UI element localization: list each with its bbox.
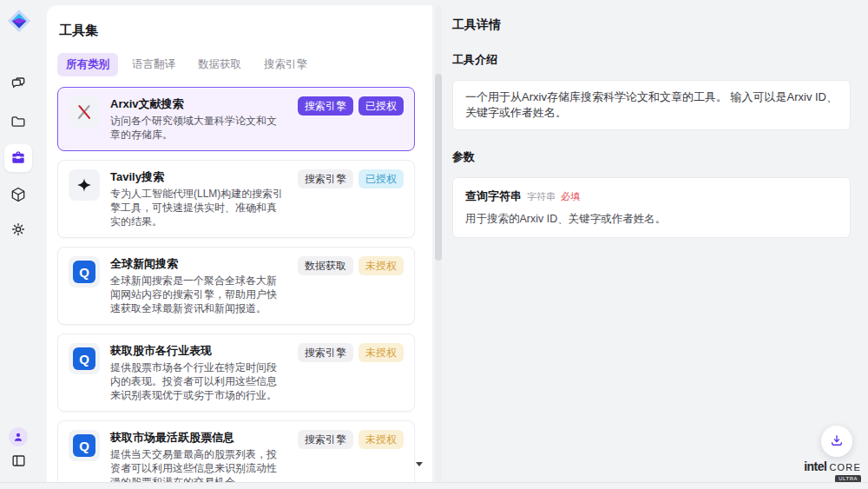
auth-status-badge: 未授权 xyxy=(358,343,404,362)
q-news-logo-icon: Q xyxy=(69,343,100,374)
tool-description: 访问各个研究领域大量科学论文和文章的存储库。 xyxy=(110,114,284,142)
tool-name: 全球新闻搜索 xyxy=(110,256,284,271)
tool-card[interactable]: Q 获取市场最活跃股票信息 提供当天交易量最高的股票列表，投资者可以利用这些信息… xyxy=(57,420,415,482)
param-name: 查询字符串 xyxy=(465,188,522,204)
tab-language-translation[interactable]: 语言翻译 xyxy=(123,53,184,76)
tavily-star-icon xyxy=(69,169,100,201)
tool-list-panel: 工具集 所有类别语言翻译数据获取搜索引擎 Arxiv文献搜索 访问各个研究领域大… xyxy=(47,5,432,482)
auth-status-badge: 已授权 xyxy=(358,96,404,116)
tool-card[interactable]: Tavily搜索 专为人工智能代理(LLM)构建的搜索引擎工具，可快速提供实时、… xyxy=(57,160,415,238)
intel-core-logo: intel core ultra xyxy=(800,459,861,483)
intro-heading: 工具介绍 xyxy=(452,52,851,68)
category-badge: 搜索引擎 xyxy=(298,96,353,116)
tool-card[interactable]: Q 获取股市各行业表现 提供股票市场各个行业在特定时间段内的表现。投资者可以利用… xyxy=(57,334,415,412)
auth-status-badge: 未授权 xyxy=(358,430,404,449)
toolbox-icon xyxy=(10,149,27,169)
intro-card: 一个用于从Arxiv存储库搜索科学论文和文章的工具。 输入可以是Arxiv ID… xyxy=(452,80,851,130)
app-logo-icon xyxy=(6,8,32,34)
arxiv-logo-icon xyxy=(69,96,100,128)
panel-toggle-icon xyxy=(10,453,27,472)
tool-name: 获取股市各行业表现 xyxy=(110,343,284,358)
tool-name: 获取市场最活跃股票信息 xyxy=(110,430,284,445)
brand-core: core xyxy=(829,462,861,472)
gear-icon xyxy=(10,221,27,241)
tool-description: 全球新闻搜索是一个聚合全球各大新闻网站内容的搜索引擎，帮助用户快速获取全球最新资… xyxy=(110,274,284,315)
tool-detail-panel: 工具详情 工具介绍 一个用于从Arxiv存储库搜索科学论文和文章的工具。 输入可… xyxy=(444,0,868,482)
params-heading: 参数 xyxy=(452,149,851,165)
category-tabs: 所有类别语言翻译数据获取搜索引擎 xyxy=(57,53,415,76)
param-description: 用于搜索的Arxiv ID、关键字或作者姓名。 xyxy=(465,212,838,227)
brand-intel: intel xyxy=(804,459,826,473)
param-type: 字符串 xyxy=(527,190,556,203)
sidebar-item-tools[interactable] xyxy=(4,144,32,172)
user-avatar[interactable] xyxy=(0,424,36,450)
download-button[interactable] xyxy=(821,426,852,457)
category-badge: 搜索引擎 xyxy=(298,169,353,188)
page-title: 工具集 xyxy=(59,23,415,39)
category-badge: 搜索引擎 xyxy=(298,343,353,362)
tool-list: Arxiv文献搜索 访问各个研究领域大量科学论文和文章的存储库。 搜索引擎 已授… xyxy=(57,87,415,482)
window-bottom-divider xyxy=(0,482,868,483)
tool-description: 提供当天交易量最高的股票列表，投资者可以利用这些信息来识别流动性强的股票和潜在的… xyxy=(110,447,284,482)
tool-description: 提供股票市场各个行业在特定时间段内的表现。投资者可以利用这些信息来识别表现优于或… xyxy=(110,360,284,402)
tab-data-fetch[interactable]: 数据获取 xyxy=(189,53,250,76)
cube-icon xyxy=(10,186,27,206)
q-news-logo-icon: Q xyxy=(69,256,100,287)
chat-icon xyxy=(10,75,27,95)
sidebar-item-chat[interactable] xyxy=(0,71,36,97)
tool-name: Tavily搜索 xyxy=(110,169,284,184)
param-required-badge: 必填 xyxy=(561,190,580,203)
sidebar-item-models[interactable] xyxy=(0,182,36,208)
sidebar xyxy=(0,0,36,489)
category-badge: 搜索引擎 xyxy=(298,430,353,449)
q-news-logo-icon: Q xyxy=(69,430,100,461)
intro-text: 一个用于从Arxiv存储库搜索科学论文和文章的工具。 输入可以是Arxiv ID… xyxy=(465,89,838,121)
tab-search-engine[interactable]: 搜索引擎 xyxy=(255,53,316,76)
tab-all-categories[interactable]: 所有类别 xyxy=(57,53,118,76)
download-icon xyxy=(829,433,845,451)
auth-status-badge: 未授权 xyxy=(358,256,404,275)
sidebar-item-settings[interactable] xyxy=(0,217,36,243)
sidebar-collapse-button[interactable] xyxy=(0,449,36,475)
scrollbar-thumb[interactable] xyxy=(435,74,442,261)
detail-title: 工具详情 xyxy=(452,17,851,33)
folder-icon xyxy=(10,113,27,133)
scroll-down-icon[interactable] xyxy=(416,462,423,466)
user-avatar-icon xyxy=(9,427,28,446)
auth-status-badge: 已授权 xyxy=(358,169,404,188)
tool-card[interactable]: Q 全球新闻搜索 全球新闻搜索是一个聚合全球各大新闻网站内容的搜索引擎，帮助用户… xyxy=(57,247,415,325)
tool-card[interactable]: Arxiv文献搜索 访问各个研究领域大量科学论文和文章的存储库。 搜索引擎 已授… xyxy=(57,87,415,151)
tool-name: Arxiv文献搜索 xyxy=(110,96,284,111)
sidebar-item-files[interactable] xyxy=(0,109,36,135)
tool-description: 专为人工智能代理(LLM)构建的搜索引擎工具，可快速提供实时、准确和真实的结果。 xyxy=(110,187,284,228)
category-badge: 数据获取 xyxy=(298,256,353,275)
param-card: 查询字符串 字符串 必填 用于搜索的Arxiv ID、关键字或作者姓名。 xyxy=(452,177,851,238)
